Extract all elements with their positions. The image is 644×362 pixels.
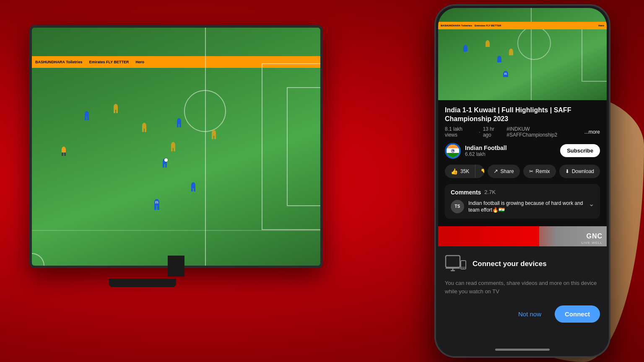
comments-count: 2.7K (484, 189, 496, 195)
ad-banner: GNC LIVE WELL (438, 226, 607, 246)
commenter-initials: TS (455, 204, 460, 209)
player-4 (190, 182, 196, 191)
player-y3 (170, 142, 176, 151)
thumb-banner: BASHUNDHARA Toiletries Emirates FLY BETT… (438, 22, 607, 29)
comments-header: Comments 2.7K (451, 189, 594, 196)
thumb-banner-text: BASHUNDHARA Toiletries (441, 24, 472, 27)
flag-white (447, 148, 459, 153)
comments-title: Comments (451, 189, 481, 196)
svg-rect-0 (446, 256, 460, 267)
tv-stand-neck (168, 256, 184, 277)
thumb-banner-hero: Hero (598, 24, 604, 27)
bottom-line (32, 230, 320, 231)
flag-orange (447, 145, 459, 149)
like-count: 35K (460, 168, 469, 174)
player-1 (84, 111, 90, 120)
thumb-player-y2 (509, 49, 513, 55)
connect-header: Connect your devices (445, 255, 600, 273)
action-row: 👍 35K 👎 ↗ Share ✂ Remix (445, 165, 600, 178)
connect-title: Connect your devices (473, 260, 547, 268)
player-21: 21 (153, 199, 161, 210)
player-y1 (113, 104, 119, 113)
video-more[interactable]: ...more (584, 129, 600, 135)
ad-tagline: LIVE WELL (582, 241, 602, 245)
comment-avatar: TS (451, 200, 464, 213)
info-section: India 1-1 Kuwait | Full Highlights | SAF… (438, 100, 607, 226)
remix-button[interactable]: ✂ Remix (523, 165, 556, 178)
connect-button[interactable]: Connect (555, 305, 600, 323)
thumb-banner-fly: Emirates FLY BETTER (475, 24, 501, 27)
player-y2 (141, 123, 147, 132)
center-circle (184, 90, 226, 132)
comment-text: Indian football is growing because of ha… (468, 200, 584, 214)
video-title: India 1-1 Kuwait | Full Highlights | SAF… (445, 106, 600, 124)
remix-label: Remix (536, 168, 550, 174)
subscribe-button[interactable]: Subscribe (560, 144, 600, 157)
remix-icon: ✂ (529, 168, 533, 174)
dislike-icon: 👎 (480, 168, 484, 175)
share-icon: ↗ (493, 168, 498, 174)
ashoka-chakra (451, 149, 454, 153)
like-button[interactable]: 👍 35K (445, 165, 475, 178)
connect-description: You can read comments, share videos and … (445, 279, 600, 295)
phone-content: BASHUNDHARA Toiletries Emirates FLY BETT… (438, 8, 607, 354)
tv-frame: BASHUNDHARA Toiletries Emirates FLY BETT… (29, 25, 323, 268)
connect-devices-icon (445, 255, 467, 273)
connect-actions: Not now Connect (445, 305, 600, 323)
phone-inner: BASHUNDHARA Toiletries Emirates FLY BETT… (438, 8, 607, 354)
video-meta: 8.1 lakh views · 13 hr ago #INDKUW #SAFF… (445, 126, 600, 138)
download-icon: ⬇ (565, 168, 569, 174)
referee (61, 147, 67, 156)
tv-screen: BASHUNDHARA Toiletries Emirates FLY BETT… (32, 28, 320, 266)
comment-row: TS Indian football is growing because of… (451, 200, 594, 214)
download-button[interactable]: ⬇ Download (559, 165, 600, 178)
channel-row: Indian Football 6.62 lakh Subscribe (445, 143, 600, 159)
penalty-area (262, 63, 320, 230)
channel-subs: 6.62 lakh (465, 151, 556, 157)
thumb-circle (517, 26, 551, 60)
india-flag (447, 145, 459, 157)
svg-rect-4 (461, 261, 466, 269)
phone: BASHUNDHARA Toiletries Emirates FLY BETT… (434, 4, 610, 358)
player-y4 (211, 130, 217, 139)
corner-arc (32, 253, 44, 266)
share-button[interactable]: ↗ Share (488, 165, 520, 178)
sponsor-text-3: Hero (132, 60, 148, 64)
tv-container: BASHUNDHARA Toiletries Emirates FLY BETT… (13, 25, 331, 310)
video-thumbnail[interactable]: BASHUNDHARA Toiletries Emirates FLY BETT… (438, 8, 607, 100)
like-dislike-group: 👍 35K 👎 (445, 165, 484, 178)
thumb-player-b2 (497, 56, 501, 62)
home-indicator (495, 349, 550, 351)
like-icon: 👍 (451, 168, 458, 175)
video-time: 13 hr ago (483, 126, 504, 138)
flag-green (447, 153, 459, 157)
dislike-button[interactable]: 👎 (475, 165, 484, 178)
thumb-goal-area (582, 26, 607, 82)
thumb-player-b1 (463, 45, 467, 52)
tv-stand-base (109, 279, 176, 287)
video-views: 8.1 lakh views (445, 126, 476, 138)
chakra-center (452, 150, 454, 151)
connect-panel: Connect your devices You can read commen… (438, 246, 607, 354)
thumb-player-y1 (486, 40, 490, 47)
share-label: Share (501, 168, 514, 174)
svg-point-6 (463, 268, 464, 269)
ad-red-section (438, 226, 539, 246)
comments-section[interactable]: Comments 2.7K TS Indian football is grow… (445, 184, 600, 219)
ad-logo: GNC (586, 233, 602, 240)
thumb-player-21: 21 (502, 71, 509, 80)
channel-avatar (445, 143, 461, 159)
comment-expand-icon[interactable]: ⌄ (589, 200, 594, 208)
channel-name: Indian Football (465, 145, 556, 151)
channel-avatar-inner (445, 143, 461, 159)
channel-info: Indian Football 6.62 lakh (465, 145, 556, 157)
player-3 (176, 118, 182, 127)
sponsor-text-2: Emirates FLY BETTER (86, 60, 132, 64)
meta-sep-1: · (479, 129, 480, 135)
download-label: Download (572, 168, 594, 174)
sponsor-text-1: BASHUNDHARA Toiletries (32, 60, 86, 64)
not-now-button[interactable]: Not now (512, 306, 548, 322)
video-hashtags: #INDKUW #SAFFChampionship2 (506, 126, 582, 138)
